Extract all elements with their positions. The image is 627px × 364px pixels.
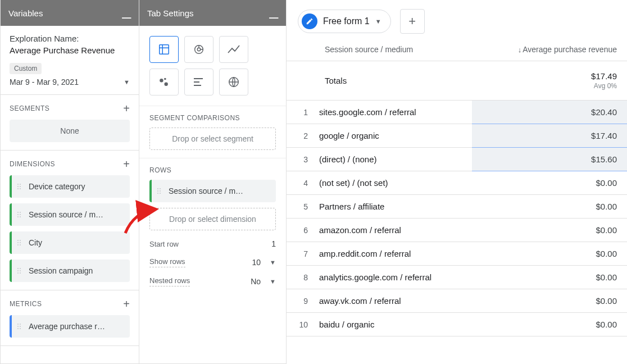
row-dimension-value: Partners / affiliate bbox=[315, 195, 472, 219]
svg-rect-0 bbox=[160, 45, 169, 54]
metric-header[interactable]: ↓Average purchase revenue bbox=[472, 38, 627, 61]
drag-handle-icon bbox=[17, 324, 23, 329]
start-row-setting[interactable]: Start row 1 bbox=[149, 239, 276, 248]
chip-label: Average purchase r… bbox=[29, 322, 105, 331]
table-row[interactable]: 7amp.reddit.com / referral$0.00 bbox=[287, 242, 627, 266]
viz-table-button[interactable] bbox=[149, 36, 179, 63]
report-table: Session source / medium ↓Average purchas… bbox=[287, 38, 627, 336]
row-dimension-value: away.vk.com / referral bbox=[315, 289, 472, 313]
svg-point-3 bbox=[160, 79, 163, 82]
row-index: 3 bbox=[287, 148, 315, 171]
segment-dropzone[interactable]: Drop or select segment bbox=[149, 128, 276, 150]
chevron-down-icon: ▼ bbox=[270, 278, 276, 285]
table-row[interactable]: 5Partners / affiliate$0.00 bbox=[287, 195, 627, 219]
metrics-title: METRICS bbox=[10, 300, 42, 308]
chip-label: Device category bbox=[29, 182, 85, 191]
metric-chip[interactable]: Average purchase r… bbox=[10, 315, 130, 338]
svg-point-4 bbox=[164, 82, 167, 85]
row-index: 10 bbox=[287, 313, 315, 336]
row-index: 9 bbox=[287, 289, 315, 313]
add-segment-button[interactable]: + bbox=[123, 103, 130, 114]
rows-title: ROWS bbox=[149, 166, 276, 174]
variables-panel: Variables _ Exploration Name: Average Pu… bbox=[0, 0, 139, 364]
svg-point-5 bbox=[164, 78, 166, 80]
dimension-header[interactable]: Session source / medium bbox=[315, 38, 472, 61]
start-row-label: Start row bbox=[149, 240, 179, 248]
date-range-value: Mar 9 - Mar 9, 2021 bbox=[10, 78, 79, 87]
dimension-chip[interactable]: Session campaign bbox=[10, 260, 130, 282]
segments-empty: None bbox=[10, 120, 130, 142]
row-dimension-value: (direct) / (none) bbox=[315, 148, 472, 171]
show-rows-setting[interactable]: Show rows 10▼ bbox=[149, 257, 276, 267]
row-dimension-chip[interactable]: Session source / m… bbox=[149, 180, 276, 202]
row-dimension-value: (not set) / (not set) bbox=[315, 171, 472, 195]
dimension-chip[interactable]: City bbox=[10, 231, 130, 254]
pencil-icon bbox=[302, 13, 317, 29]
row-index: 2 bbox=[287, 124, 315, 148]
segment-comparisons-section: SEGMENT COMPARISONS Drop or select segme… bbox=[139, 106, 286, 158]
row-index: 5 bbox=[287, 195, 315, 219]
totals-sub: Avg 0% bbox=[482, 82, 617, 90]
row-metric-value: $0.00 bbox=[472, 242, 627, 266]
table-row[interactable]: 10baidu / organic$0.00 bbox=[287, 313, 627, 336]
add-metric-button[interactable]: + bbox=[123, 298, 130, 310]
dimensions-title: DIMENSIONS bbox=[10, 160, 55, 168]
dimension-chip[interactable]: Device category bbox=[10, 175, 130, 198]
chip-label: Session source / m… bbox=[169, 186, 243, 195]
variables-title: Variables bbox=[8, 8, 43, 18]
dimensions-section: DIMENSIONS + Device category Session sou… bbox=[1, 151, 139, 290]
drag-handle-icon bbox=[17, 240, 23, 245]
table-row[interactable]: 1sites.google.com / referral$20.40 bbox=[287, 101, 627, 124]
tab-freeform[interactable]: Free form 1 ▼ bbox=[298, 10, 391, 33]
nested-rows-value: No bbox=[251, 277, 261, 286]
table-row[interactable]: 6amazon.com / referral$0.00 bbox=[287, 219, 627, 242]
chevron-down-icon[interactable]: ▼ bbox=[375, 18, 381, 25]
row-dimension-value: analytics.google.com / referral bbox=[315, 266, 472, 289]
row-index: 8 bbox=[287, 266, 315, 289]
chevron-down-icon: ▼ bbox=[124, 79, 130, 85]
chip-label: Session source / m… bbox=[29, 210, 103, 219]
variables-header: Variables _ bbox=[1, 0, 139, 26]
chip-label: Session campaign bbox=[29, 266, 93, 275]
add-dimension-button[interactable]: + bbox=[123, 158, 130, 170]
totals-row: Totals $17.49 Avg 0% bbox=[287, 61, 627, 101]
table-row[interactable]: 4(not set) / (not set)$0.00 bbox=[287, 171, 627, 195]
row-metric-value: $15.60 bbox=[472, 148, 627, 171]
row-dimension-dropzone[interactable]: Drop or select dimension bbox=[149, 208, 276, 230]
totals-label: Totals bbox=[315, 61, 472, 101]
nested-rows-setting[interactable]: Nested rows No▼ bbox=[149, 276, 276, 286]
chip-label: City bbox=[29, 238, 42, 247]
row-metric-value: $0.00 bbox=[472, 219, 627, 242]
table-row[interactable]: 8analytics.google.com / referral$0.00 bbox=[287, 266, 627, 289]
tab-settings-title: Tab Settings bbox=[147, 8, 194, 18]
nested-rows-label: Nested rows bbox=[149, 276, 190, 286]
row-metric-value: $20.40 bbox=[472, 101, 627, 124]
drag-handle-icon bbox=[17, 184, 23, 189]
row-metric-value: $0.00 bbox=[472, 289, 627, 313]
segments-title: SEGMENTS bbox=[10, 104, 49, 112]
sort-desc-icon: ↓ bbox=[518, 46, 522, 54]
row-metric-value: $0.00 bbox=[472, 266, 627, 289]
show-rows-label: Show rows bbox=[149, 257, 185, 267]
segment-comparisons-title: SEGMENT COMPARISONS bbox=[149, 114, 276, 122]
table-row[interactable]: 2google / organic$17.40 bbox=[287, 124, 627, 148]
viz-line-button[interactable] bbox=[219, 36, 248, 63]
row-metric-value: $0.00 bbox=[472, 313, 627, 336]
viz-scatter-button[interactable] bbox=[149, 69, 179, 95]
table-row[interactable]: 3(direct) / (none)$15.60 bbox=[287, 148, 627, 171]
svg-point-2 bbox=[197, 48, 201, 51]
tabs-bar: Free form 1 ▼ + bbox=[287, 0, 627, 38]
date-range-picker[interactable]: Custom Mar 9 - Mar 9, 2021 ▼ bbox=[10, 63, 130, 87]
viz-bar-button[interactable] bbox=[184, 69, 213, 95]
viz-donut-button[interactable] bbox=[184, 36, 213, 63]
exploration-name-value[interactable]: Average Purchase Revenue bbox=[10, 46, 130, 55]
segments-section: SEGMENTS + None bbox=[1, 95, 139, 151]
table-row[interactable]: 9away.vk.com / referral$0.00 bbox=[287, 289, 627, 313]
viz-geo-button[interactable] bbox=[219, 69, 248, 95]
row-index: 7 bbox=[287, 242, 315, 266]
add-tab-button[interactable]: + bbox=[400, 9, 425, 34]
dimension-chip[interactable]: Session source / m… bbox=[10, 203, 130, 226]
row-metric-value: $0.00 bbox=[472, 171, 627, 195]
drag-handle-icon bbox=[157, 188, 163, 194]
tab-settings-panel: Tab Settings _ SEGMENT COMPA bbox=[139, 0, 287, 364]
